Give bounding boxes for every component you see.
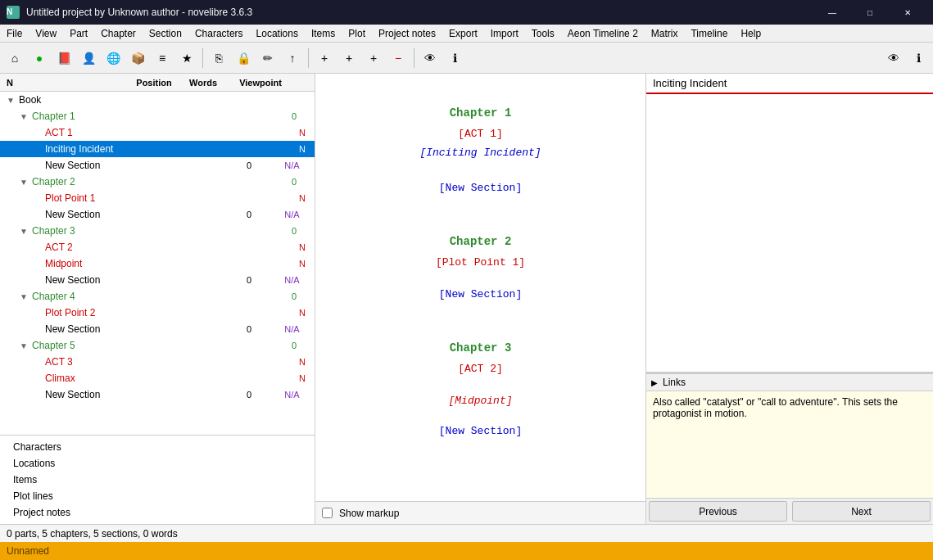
left-bottom: Characters Locations Items Plot lines Pr…	[0, 435, 315, 524]
star-icon[interactable]: ★	[175, 47, 198, 70]
tree-row-act1[interactable]: ACT 1 N	[0, 124, 315, 141]
tree-row-ch4[interactable]: ▼ Chapter 4 0	[0, 288, 315, 305]
links-header[interactable]: ▶ Links	[646, 374, 933, 391]
edit-icon[interactable]: ✏	[256, 47, 279, 70]
menu-items[interactable]: Items	[305, 25, 342, 43]
tree-row-ch1[interactable]: ▼ Chapter 1 0	[0, 108, 315, 124]
tree-row-pp2[interactable]: Plot Point 2 N	[0, 305, 315, 321]
act3-label: ACT 3	[29, 356, 290, 368]
previous-button[interactable]: Previous	[649, 501, 787, 522]
lock-icon[interactable]: 🔒	[232, 47, 255, 70]
bottom-status-bar: 0 parts, 5 chapters, 5 sections, 0 words	[0, 524, 933, 542]
show-markup-checkbox[interactable]	[322, 508, 333, 518]
menu-help[interactable]: Help	[734, 25, 768, 43]
menu-matrix[interactable]: Matrix	[645, 25, 685, 43]
menu-locations[interactable]: Locations	[250, 25, 305, 43]
pp2-label: Plot Point 2	[29, 307, 290, 318]
eye-right-icon[interactable]: 👁	[419, 47, 442, 70]
globe-icon[interactable]: 🌐	[102, 47, 125, 70]
nav-projectnotes[interactable]: Project notes	[7, 504, 308, 521]
close-button[interactable]: ✕	[889, 0, 926, 25]
tree-row-newsec4[interactable]: New Section 0 N/A	[0, 321, 315, 337]
doc-newsec1: [New Section]	[348, 182, 613, 194]
tree-row-midpoint[interactable]: Midpoint N	[0, 255, 315, 272]
menu-characters[interactable]: Characters	[188, 25, 250, 43]
tree-row-inciting[interactable]: Inciting Incident N	[0, 141, 315, 157]
expand-ch4-icon[interactable]: ▼	[20, 292, 29, 301]
menu-timeline[interactable]: Timeline	[684, 25, 734, 43]
expand-ch3-icon[interactable]: ▼	[20, 227, 29, 236]
project-name: Unnamed	[7, 545, 49, 557]
tree-row-newsec3[interactable]: New Section 0 N/A	[0, 272, 315, 288]
preview-icon[interactable]: 👁	[882, 47, 905, 70]
doc-newsec2: [New Section]	[348, 288, 613, 300]
menu-section[interactable]: Section	[143, 25, 188, 43]
tree-row-newsec2[interactable]: New Section 0 N/A	[0, 206, 315, 223]
nav-characters[interactable]: Characters	[7, 439, 308, 455]
help-icon[interactable]: ℹ	[907, 47, 930, 70]
expand-book-icon[interactable]: ▼	[7, 96, 16, 105]
tree-row-ch5[interactable]: ▼ Chapter 5 0	[0, 337, 315, 354]
tree-row-pp1[interactable]: Plot Point 1 N	[0, 190, 315, 206]
add3-icon[interactable]: +	[362, 47, 385, 70]
box-icon[interactable]: 📦	[126, 47, 149, 70]
person-icon[interactable]: 👤	[77, 47, 100, 70]
menu-export[interactable]: Export	[442, 25, 484, 43]
tree-row-book[interactable]: ▼ Book	[0, 92, 315, 108]
tree-row-ch3[interactable]: ▼ Chapter 3 0	[0, 223, 315, 239]
newsec5-label: New Section	[29, 389, 155, 400]
maximize-button[interactable]: □	[851, 0, 889, 25]
menu-file[interactable]: File	[0, 25, 29, 43]
tree-row-act2[interactable]: ACT 2 N	[0, 239, 315, 255]
remove-icon[interactable]: −	[387, 47, 410, 70]
doc-icon[interactable]: ⎘	[207, 47, 230, 70]
status-text: 0 parts, 5 chapters, 5 sections, 0 words	[7, 528, 178, 540]
add-item-icon[interactable]: +	[313, 47, 336, 70]
center-panel: Chapter 1 [ACT 1] [Inciting Incident] [N…	[315, 74, 646, 524]
links-text: Also called "catalyst" or "call to adven…	[653, 396, 898, 419]
nav-locations[interactable]: Locations	[7, 455, 308, 472]
book-icon[interactable]: 📕	[52, 47, 75, 70]
menu-project-notes[interactable]: Project notes	[372, 25, 442, 43]
ch1-label: ▼ Chapter 1	[16, 111, 200, 122]
nav-items[interactable]: Items	[7, 472, 308, 488]
doc-chapter2: Chapter 2	[348, 235, 613, 248]
tree-row-ch2[interactable]: ▼ Chapter 2 0	[0, 174, 315, 190]
menu-import[interactable]: Import	[484, 25, 525, 43]
expand-ch1-icon[interactable]: ▼	[20, 112, 29, 121]
tree-row-climax[interactable]: Climax N	[0, 370, 315, 386]
right-notes-container[interactable]	[646, 94, 933, 373]
tree-row-newsec1[interactable]: New Section 0 N/A	[0, 157, 315, 174]
menu-aeon-timeline-2[interactable]: Aeon Timeline 2	[561, 25, 645, 43]
add2-icon[interactable]: +	[337, 47, 360, 70]
col-viewpoint: Viewpoint	[228, 78, 293, 88]
home-icon[interactable]: ⌂	[3, 47, 26, 70]
tree-header: N Position Words Viewpoint	[0, 74, 315, 92]
menu-view[interactable]: View	[29, 25, 63, 43]
ch5-label: ▼ Chapter 5	[16, 340, 200, 351]
menu-chapter[interactable]: Chapter	[94, 25, 143, 43]
expand-ch5-icon[interactable]: ▼	[20, 341, 29, 350]
doc-act2: [ACT 2]	[348, 363, 613, 375]
info-icon[interactable]: ℹ	[443, 47, 466, 70]
links-content: Also called "catalyst" or "call to adven…	[646, 391, 933, 498]
tree-row-newsec5[interactable]: New Section 0 N/A	[0, 386, 315, 403]
expand-ch2-icon[interactable]: ▼	[20, 178, 29, 187]
center-content: Chapter 1 [ACT 1] [Inciting Incident] [N…	[315, 74, 645, 501]
green-circle-icon[interactable]: ●	[28, 47, 51, 70]
nav-plotlines[interactable]: Plot lines	[7, 488, 308, 504]
menu-tools[interactable]: Tools	[525, 25, 561, 43]
menu-part[interactable]: Part	[63, 25, 94, 43]
window-controls: — □ ✕	[813, 0, 926, 25]
menu-plot[interactable]: Plot	[342, 25, 372, 43]
tree-row-act3[interactable]: ACT 3 N	[0, 354, 315, 370]
climax-label: Climax	[29, 373, 290, 384]
up-icon[interactable]: ↑	[281, 47, 304, 70]
col-n: N	[0, 78, 129, 88]
tree: ▼ Book ▼ Chapter 1 0 ACT 1	[0, 92, 315, 435]
next-button[interactable]: Next	[792, 501, 931, 522]
minimize-button[interactable]: —	[813, 0, 851, 25]
right-notes-input[interactable]	[646, 94, 933, 258]
list-icon[interactable]: ≡	[151, 47, 174, 70]
doc-pp1: [Plot Point 1]	[348, 256, 613, 269]
